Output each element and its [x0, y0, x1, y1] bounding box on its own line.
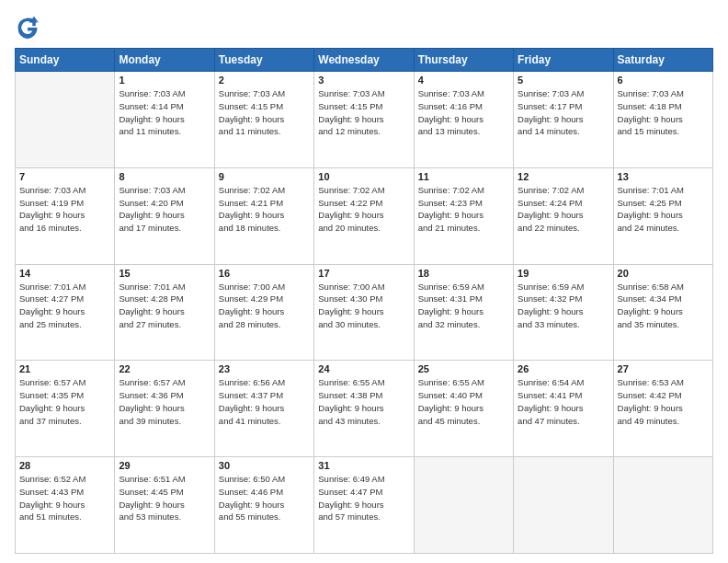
- calendar-cell: 15Sunrise: 7:01 AMSunset: 4:28 PMDayligh…: [115, 264, 214, 361]
- day-number: 3: [318, 75, 409, 86]
- calendar-header-monday: Monday: [115, 49, 214, 72]
- calendar-week-row: 28Sunrise: 6:52 AMSunset: 4:43 PMDayligh…: [16, 457, 713, 554]
- calendar-cell: 19Sunrise: 6:59 AMSunset: 4:32 PMDayligh…: [514, 264, 613, 361]
- day-number: 22: [119, 363, 210, 374]
- day-info: Sunrise: 7:03 AMSunset: 4:19 PMDaylight:…: [19, 184, 110, 235]
- calendar-cell: 4Sunrise: 7:03 AMSunset: 4:16 PMDaylight…: [414, 72, 513, 168]
- calendar-cell: 1Sunrise: 7:03 AMSunset: 4:14 PMDaylight…: [115, 72, 214, 168]
- calendar-cell: 27Sunrise: 6:53 AMSunset: 4:42 PMDayligh…: [613, 361, 712, 457]
- day-number: 16: [219, 268, 310, 279]
- day-number: 10: [318, 171, 409, 182]
- calendar-cell: 20Sunrise: 6:58 AMSunset: 4:34 PMDayligh…: [613, 264, 712, 361]
- calendar-week-row: 21Sunrise: 6:57 AMSunset: 4:35 PMDayligh…: [16, 361, 713, 457]
- calendar-cell: 9Sunrise: 7:02 AMSunset: 4:21 PMDaylight…: [214, 167, 313, 264]
- calendar-cell: 14Sunrise: 7:01 AMSunset: 4:27 PMDayligh…: [16, 264, 115, 361]
- calendar-cell: 12Sunrise: 7:02 AMSunset: 4:24 PMDayligh…: [514, 167, 613, 264]
- day-info: Sunrise: 7:03 AMSunset: 4:20 PMDaylight:…: [119, 184, 210, 235]
- calendar-cell: [514, 457, 613, 554]
- day-number: 26: [518, 363, 609, 374]
- day-info: Sunrise: 7:01 AMSunset: 4:25 PMDaylight:…: [618, 184, 709, 235]
- calendar-header-sunday: Sunday: [16, 49, 115, 72]
- day-number: 30: [219, 460, 310, 471]
- calendar-cell: 8Sunrise: 7:03 AMSunset: 4:20 PMDaylight…: [115, 167, 214, 264]
- day-number: 8: [119, 171, 210, 182]
- day-number: 23: [219, 363, 310, 374]
- day-number: 6: [618, 75, 709, 86]
- day-info: Sunrise: 6:59 AMSunset: 4:31 PMDaylight:…: [418, 281, 509, 331]
- day-number: 11: [418, 171, 509, 182]
- day-info: Sunrise: 7:00 AMSunset: 4:29 PMDaylight:…: [219, 281, 310, 331]
- day-number: 1: [119, 75, 210, 86]
- day-info: Sunrise: 6:51 AMSunset: 4:45 PMDaylight:…: [119, 473, 210, 523]
- day-number: 20: [618, 268, 709, 279]
- calendar-header-saturday: Saturday: [613, 49, 712, 72]
- day-info: Sunrise: 7:02 AMSunset: 4:21 PMDaylight:…: [219, 184, 310, 235]
- header: [15, 15, 713, 40]
- calendar-cell: 25Sunrise: 6:55 AMSunset: 4:40 PMDayligh…: [414, 361, 513, 457]
- day-info: Sunrise: 6:58 AMSunset: 4:34 PMDaylight:…: [618, 281, 709, 331]
- day-number: 25: [418, 363, 509, 374]
- page: SundayMondayTuesdayWednesdayThursdayFrid…: [0, 0, 728, 563]
- day-info: Sunrise: 6:59 AMSunset: 4:32 PMDaylight:…: [518, 281, 609, 331]
- calendar-cell: 13Sunrise: 7:01 AMSunset: 4:25 PMDayligh…: [613, 167, 712, 264]
- day-number: 24: [318, 363, 409, 374]
- day-info: Sunrise: 7:01 AMSunset: 4:27 PMDaylight:…: [19, 281, 110, 331]
- calendar-week-row: 14Sunrise: 7:01 AMSunset: 4:27 PMDayligh…: [16, 264, 713, 361]
- calendar-header-row: SundayMondayTuesdayWednesdayThursdayFrid…: [16, 49, 713, 72]
- logo-icon: [15, 15, 40, 40]
- day-number: 9: [219, 171, 310, 182]
- day-info: Sunrise: 6:56 AMSunset: 4:37 PMDaylight:…: [219, 376, 310, 427]
- day-info: Sunrise: 7:03 AMSunset: 4:14 PMDaylight:…: [119, 87, 210, 138]
- day-number: 7: [19, 171, 110, 182]
- day-info: Sunrise: 6:50 AMSunset: 4:46 PMDaylight:…: [219, 473, 310, 523]
- day-info: Sunrise: 6:55 AMSunset: 4:38 PMDaylight:…: [318, 376, 409, 427]
- calendar-header-thursday: Thursday: [414, 49, 513, 72]
- calendar-cell: 22Sunrise: 6:57 AMSunset: 4:36 PMDayligh…: [115, 361, 214, 457]
- calendar-cell: 29Sunrise: 6:51 AMSunset: 4:45 PMDayligh…: [115, 457, 214, 554]
- day-info: Sunrise: 6:52 AMSunset: 4:43 PMDaylight:…: [19, 473, 110, 523]
- calendar-cell: 11Sunrise: 7:02 AMSunset: 4:23 PMDayligh…: [414, 167, 513, 264]
- calendar-cell: 2Sunrise: 7:03 AMSunset: 4:15 PMDaylight…: [214, 72, 313, 168]
- day-info: Sunrise: 7:02 AMSunset: 4:24 PMDaylight:…: [518, 184, 609, 235]
- day-info: Sunrise: 7:03 AMSunset: 4:18 PMDaylight:…: [618, 87, 709, 138]
- calendar-header-friday: Friday: [514, 49, 613, 72]
- day-info: Sunrise: 6:53 AMSunset: 4:42 PMDaylight:…: [618, 376, 709, 427]
- day-number: 4: [418, 75, 509, 86]
- calendar-cell: 26Sunrise: 6:54 AMSunset: 4:41 PMDayligh…: [514, 361, 613, 457]
- calendar-cell: 3Sunrise: 7:03 AMSunset: 4:15 PMDaylight…: [314, 72, 414, 168]
- day-info: Sunrise: 7:01 AMSunset: 4:28 PMDaylight:…: [119, 281, 210, 331]
- day-info: Sunrise: 6:49 AMSunset: 4:47 PMDaylight:…: [318, 473, 409, 523]
- calendar-cell: 6Sunrise: 7:03 AMSunset: 4:18 PMDaylight…: [613, 72, 712, 168]
- day-info: Sunrise: 7:00 AMSunset: 4:30 PMDaylight:…: [318, 281, 409, 331]
- day-info: Sunrise: 7:02 AMSunset: 4:22 PMDaylight:…: [318, 184, 409, 235]
- calendar-cell: 5Sunrise: 7:03 AMSunset: 4:17 PMDaylight…: [514, 72, 613, 168]
- day-number: 2: [219, 75, 310, 86]
- calendar-cell: 21Sunrise: 6:57 AMSunset: 4:35 PMDayligh…: [16, 361, 115, 457]
- day-info: Sunrise: 7:03 AMSunset: 4:16 PMDaylight:…: [418, 87, 509, 138]
- day-info: Sunrise: 6:57 AMSunset: 4:36 PMDaylight:…: [119, 376, 210, 427]
- calendar-cell: 23Sunrise: 6:56 AMSunset: 4:37 PMDayligh…: [214, 361, 313, 457]
- calendar-cell: [16, 72, 115, 168]
- day-info: Sunrise: 6:55 AMSunset: 4:40 PMDaylight:…: [418, 376, 509, 427]
- day-number: 17: [318, 268, 409, 279]
- day-info: Sunrise: 7:03 AMSunset: 4:15 PMDaylight:…: [318, 87, 409, 138]
- day-number: 15: [119, 268, 210, 279]
- day-info: Sunrise: 7:02 AMSunset: 4:23 PMDaylight:…: [418, 184, 509, 235]
- calendar-cell: 17Sunrise: 7:00 AMSunset: 4:30 PMDayligh…: [314, 264, 414, 361]
- calendar-cell: 31Sunrise: 6:49 AMSunset: 4:47 PMDayligh…: [314, 457, 414, 554]
- calendar-cell: 7Sunrise: 7:03 AMSunset: 4:19 PMDaylight…: [16, 167, 115, 264]
- day-info: Sunrise: 7:03 AMSunset: 4:15 PMDaylight:…: [219, 87, 310, 138]
- calendar-cell: [613, 457, 712, 554]
- logo: [15, 15, 44, 40]
- calendar-cell: 30Sunrise: 6:50 AMSunset: 4:46 PMDayligh…: [214, 457, 313, 554]
- day-info: Sunrise: 6:57 AMSunset: 4:35 PMDaylight:…: [19, 376, 110, 427]
- day-number: 13: [618, 171, 709, 182]
- day-number: 29: [119, 460, 210, 471]
- day-number: 27: [618, 363, 709, 374]
- calendar-cell: 24Sunrise: 6:55 AMSunset: 4:38 PMDayligh…: [314, 361, 414, 457]
- day-info: Sunrise: 7:03 AMSunset: 4:17 PMDaylight:…: [518, 87, 609, 138]
- calendar-cell: [414, 457, 513, 554]
- calendar-header-tuesday: Tuesday: [214, 49, 313, 72]
- day-number: 18: [418, 268, 509, 279]
- calendar: SundayMondayTuesdayWednesdayThursdayFrid…: [15, 48, 713, 554]
